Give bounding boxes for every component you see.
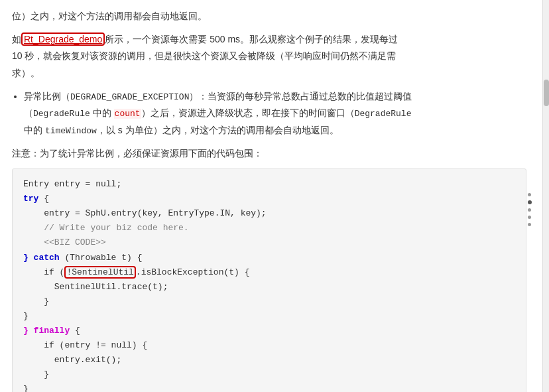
note-paragraph: 注意：为了统计异常比例，必须保证资源用下面的代码包围： bbox=[12, 145, 526, 162]
nav-dots bbox=[528, 193, 532, 226]
scrollbar[interactable] bbox=[542, 0, 549, 392]
main-content: 位）之内，对这个方法的调用都会自动地返回。 如Rt_Degrade_demo所示… bbox=[0, 0, 542, 392]
bullet-list: 异常比例（DEGRADE_GRADE_EXCEPTION）：当资源的每秒异常总数… bbox=[24, 88, 526, 139]
bullet-item-exception: 异常比例（DEGRADE_GRADE_EXCEPTION）：当资源的每秒异常总数… bbox=[24, 88, 526, 139]
sentinel-util-circle: !SentinelUtil bbox=[64, 266, 135, 279]
nav-dot-5[interactable] bbox=[528, 223, 531, 226]
code-line-1: Entry entry = null; bbox=[23, 177, 515, 192]
code-degrade-rule1: DegradeRule bbox=[33, 109, 90, 119]
nav-dot-1[interactable] bbox=[528, 193, 531, 196]
nav-dot-2[interactable] bbox=[528, 200, 532, 204]
code-line-10: } bbox=[23, 294, 515, 309]
code-time-window: timeWindow bbox=[45, 126, 97, 136]
code-line-12: } finally { bbox=[23, 324, 515, 338]
code-block: Entry entry = null; try { entry = SphU.e… bbox=[12, 168, 526, 392]
code-count: count bbox=[114, 109, 141, 119]
bullet-text-before: 异常比例（DEGRADE_GRADE_EXCEPTION）：当资源的每秒异常总数… bbox=[24, 91, 412, 101]
code-line-6: <<BIZ CODE>> bbox=[23, 235, 515, 250]
intro-after-link: 所示，一个资源每次需要 500 ms。那么观察这个例子的结果，发现每过 bbox=[105, 34, 398, 44]
intro-before-link: 如 bbox=[12, 34, 21, 44]
code-line-9: SentinelUtil.trace(t); bbox=[23, 280, 515, 294]
bullet-text-line3: 中的 timeWindow，以 s 为单位）之内，对这个方法的调用都会自动地返回… bbox=[24, 125, 339, 135]
scrollbar-thumb[interactable] bbox=[544, 80, 549, 106]
code-line-11: } bbox=[23, 309, 515, 324]
code-degrade-grade: DEGRADE_GRADE_EXCEPTION bbox=[70, 92, 189, 102]
intro-paragraph2: 如Rt_Degrade_demo所示，一个资源每次需要 500 ms。那么观察这… bbox=[12, 31, 526, 82]
rt-degrade-demo-link[interactable]: Rt_Degrade_demo bbox=[21, 33, 105, 46]
code-line-13: if (entry != null) { bbox=[23, 338, 515, 353]
code-degrade-rule2: DegradeRule bbox=[355, 109, 412, 119]
intro-line1: 位）之内，对这个方法的调用都会自动地返回。 bbox=[12, 11, 207, 21]
nav-dot-3[interactable] bbox=[528, 208, 531, 212]
code-line-15: } bbox=[23, 367, 515, 382]
code-line-2: try { bbox=[23, 192, 515, 206]
code-line-14: entry.exit(); bbox=[23, 353, 515, 367]
code-line-7: } catch (Throwable t) { bbox=[23, 251, 515, 265]
code-line-3: entry = SphU.entry(key, EntryType.IN, ke… bbox=[23, 206, 515, 221]
link-circle: Rt_Degrade_demo bbox=[21, 33, 105, 46]
intro-paragraph: 位）之内，对这个方法的调用都会自动地返回。 bbox=[12, 8, 526, 25]
intro-line3: 10 秒，就会恢复对该资源的调用，但是很快这个资源又会被降级（平均响应时间仍然不… bbox=[12, 50, 396, 61]
bullet-text-line2: （DegradeRule 中的 count）之后，资源进入降级状态，即在接下的时… bbox=[24, 107, 411, 118]
code-line-16: } bbox=[23, 382, 515, 392]
nav-dot-4[interactable] bbox=[528, 216, 531, 219]
code-line-5: // Write your biz code here. bbox=[23, 221, 515, 235]
note-text-content: 注意：为了统计异常比例，必须保证资源用下面的代码包围： bbox=[12, 148, 263, 159]
code-line-8: if (!SentinelUtil.isBlockException(t) { bbox=[23, 265, 515, 280]
intro-line4: 求）。 bbox=[12, 68, 40, 78]
